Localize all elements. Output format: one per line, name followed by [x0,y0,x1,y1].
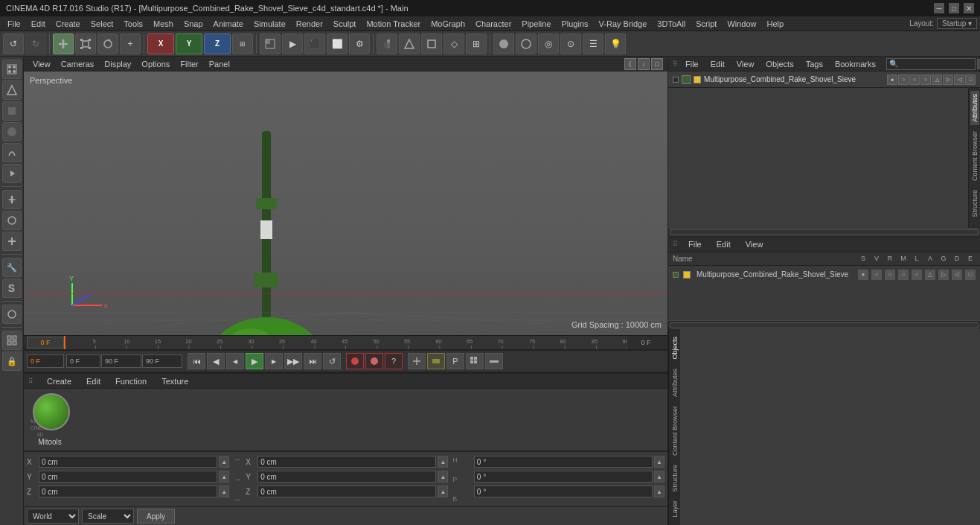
world-axis-button[interactable]: ⊞ [232,34,253,54]
far-tab-layer[interactable]: Layer [670,496,679,522]
obj-list-scrollbar[interactable] [668,320,980,329]
y-pos-input[interactable] [39,471,217,483]
end-frame-input[interactable]: 90 F [101,354,141,368]
lt-move[interactable] [2,190,22,209]
viewport-expand-button[interactable]: ↓ [638,58,650,70]
next-keyframe-button[interactable]: ▶▶ [284,353,302,369]
viewport-menu-filter[interactable]: Filter [176,58,202,70]
transform-mode-dropdown[interactable]: Scale Move Rotate [82,509,134,524]
layout-dropdown[interactable]: Startup ▾ [937,18,977,29]
obj-list-menu-file[interactable]: File [684,238,706,250]
obj-flag-traffic-light[interactable]: ● [887,74,897,85]
b-rot-input[interactable] [474,486,653,497]
tab-attributes[interactable]: Attributes [970,91,979,125]
goto-start-button[interactable]: ⏮ [188,353,205,369]
obj-list-menu-edit[interactable]: Edit [712,238,735,250]
shading-wire-button[interactable] [516,34,537,54]
redo-button[interactable]: ↻ [25,34,46,54]
menu-mograph[interactable]: MoGraph [426,18,470,30]
display-hud-button[interactable]: 💡 [605,34,626,54]
b-rot-spinner[interactable]: ▲ [654,486,664,497]
next-frame-button[interactable]: ▶ [265,353,283,369]
menu-pipeline[interactable]: Pipeline [517,18,555,30]
view-top-button[interactable] [399,34,420,54]
rotate-tool-button[interactable] [97,34,118,54]
menu-snap[interactable]: Snap [179,18,208,30]
transform-tool-button[interactable]: + [120,34,141,54]
menu-sculpt[interactable]: Sculpt [329,18,361,30]
z-axis-button[interactable]: Z [204,34,231,54]
menu-character[interactable]: Character [471,18,516,30]
obj-row-flag-e[interactable]: □ [965,270,976,280]
z-size-input[interactable] [257,486,436,497]
x-axis-button[interactable]: X [147,34,174,54]
play-button[interactable]: ▶ [246,353,263,369]
goto-end-button[interactable]: ⏭ [304,353,321,369]
obj-row-flag-m[interactable]: ○ [898,270,909,280]
lt-mode-edges[interactable] [2,80,22,100]
undo-button[interactable]: ↺ [3,34,24,54]
tab-content-browser[interactable]: Content Browser [970,128,979,184]
obj-row-flag-l[interactable]: ○ [912,270,922,280]
viewport-canvas[interactable]: Perspective [24,71,667,335]
menu-create[interactable]: Create [51,18,85,30]
view-4-button[interactable]: ⊞ [466,34,487,54]
viewport-menu-panel[interactable]: Panel [205,58,234,70]
render-button[interactable]: ▶ [282,34,303,54]
obj-menu-bookmarks[interactable]: Bookmarks [830,58,880,70]
render-to-po-button[interactable]: ⬛ [304,34,325,54]
menu-3dtoall[interactable]: 3DToAll [653,18,690,30]
obj-flag-solo[interactable]: ◁ [954,74,964,85]
material-color-swatch[interactable] [33,393,70,430]
y-size-input[interactable] [257,471,436,483]
obj-flag-render[interactable]: ○ [909,74,920,85]
apply-button[interactable]: Apply [137,509,175,524]
render-all-button[interactable]: ⚙ [349,34,370,54]
obj-search-settings-button[interactable]: ⚙ [977,59,980,69]
lt-grid-move[interactable] [2,331,22,350]
obj-expand-arrow[interactable] [673,77,679,83]
material-menu-texture[interactable]: Texture [157,375,193,387]
maximize-button[interactable]: □ [949,3,959,13]
timeline-mode-button[interactable] [427,353,445,369]
x-pos-input[interactable] [39,456,217,468]
material-menu-function[interactable]: Function [111,375,151,387]
obj-flag-eye[interactable]: ○ [898,74,909,85]
max-frame-input[interactable]: 90 F [142,354,182,368]
motion-system-button[interactable] [466,353,484,369]
lt-scale[interactable] [2,232,22,251]
lt-magnet[interactable]: 🔧 [2,258,22,277]
obj-menu-file[interactable]: File [681,58,703,70]
shading-hidden-button[interactable]: ◎ [538,34,559,54]
viewport-menu-view[interactable]: View [28,58,55,70]
menu-script[interactable]: Script [691,18,721,30]
lt-brush[interactable] [2,305,22,324]
lt-mode-poly[interactable] [2,101,22,121]
lt-mode-sculpt[interactable] [2,143,22,162]
obj-row-flag-r[interactable]: ○ [885,270,895,280]
far-tab-structure[interactable]: Structure [670,460,679,497]
move-tool-button[interactable] [53,34,74,54]
h-rot-spinner[interactable]: ▲ [654,456,664,468]
lt-mode-points[interactable] [2,60,22,79]
record-button[interactable] [365,353,383,369]
menu-select[interactable]: Select [86,18,118,30]
menu-simulate[interactable]: Simulate [249,18,290,30]
obj-row-flag-v[interactable]: ○ [871,270,882,280]
h-rot-input[interactable] [474,456,653,468]
obj-row-flag-g[interactable]: ▷ [938,270,949,280]
obj-list-menu-view[interactable]: View [741,238,768,250]
obj-list-scroll-track[interactable] [670,322,979,328]
obj-row-flag-s[interactable]: ● [858,270,868,280]
coord-system-dropdown[interactable]: World Object [27,509,79,524]
x-size-spinner[interactable]: ▲ [438,456,448,468]
viewport-settings-button[interactable]: □ [651,58,663,70]
key-position-button[interactable] [346,353,364,369]
shading-isoline-button[interactable]: ⊙ [560,34,581,54]
lt-lock[interactable]: 🔒 [2,351,22,371]
close-button[interactable]: ✕ [964,3,974,13]
obj-flag-motion[interactable]: ○ [920,74,931,85]
viewport-maximize-button[interactable]: ⟨ [624,58,636,70]
shading-flat-button[interactable] [493,34,514,54]
viewport-menu-options[interactable]: Options [137,58,174,70]
